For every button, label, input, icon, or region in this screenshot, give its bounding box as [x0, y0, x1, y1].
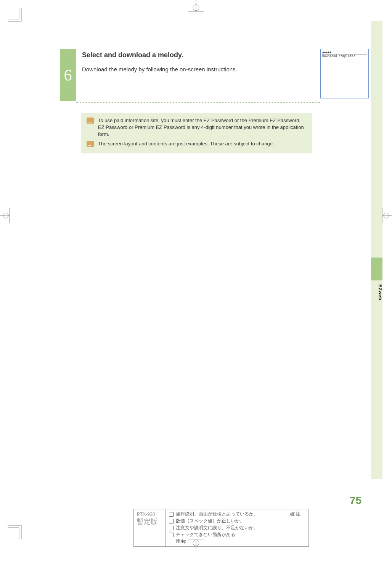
checklist-text: チェックできない箇所がある	[176, 531, 235, 538]
checkbox-icon[interactable]	[169, 533, 174, 537]
phone-screen-mockup: ▲▲▲▲▲ Download completed	[320, 49, 369, 98]
dotted-divider	[76, 102, 320, 103]
version-label: 暫定版	[137, 517, 162, 526]
checklist-item: チェックできない箇所がある	[169, 531, 279, 538]
crop-mark-top-center	[185, 0, 207, 15]
note-item: The screen layout and contents are just …	[87, 140, 307, 147]
checklist-text: 注意文や説明文に誤り、不足がないか。	[176, 525, 258, 531]
page-number: 75	[350, 494, 361, 507]
confirm-divider	[285, 519, 305, 519]
checklist-item: 数値（スペック値）が正しいか。	[169, 518, 279, 524]
note-text: The screen layout and contents are just …	[98, 140, 274, 147]
model-info: PTX-930 暫定版	[133, 509, 166, 547]
checklist-items: 操作説明、画面が仕様とあっているか。 数値（スペック値）が正しいか。 注意文や説…	[166, 509, 282, 547]
confirm-label: 確 認	[285, 511, 305, 517]
note-item: To use paid information site, you must e…	[87, 117, 307, 138]
proofing-checklist: PTX-930 暫定版 操作説明、画面が仕様とあっているか。 数値（スペック値）…	[133, 509, 324, 547]
side-bar: EZweb	[371, 21, 382, 479]
side-bar-highlight	[371, 258, 382, 280]
step-block: 6 Select and download a melody. Download…	[60, 49, 304, 101]
checklist-text: 数値（スペック値）が正しいか。	[176, 518, 244, 524]
checkbox-icon[interactable]	[169, 512, 174, 517]
side-label: EZweb	[378, 284, 383, 300]
note-text: To use paid information site, you must e…	[98, 117, 307, 138]
hand-icon	[87, 141, 94, 147]
checkbox-icon[interactable]	[169, 519, 174, 523]
checklist-item: 操作説明、画面が仕様とあっているか。	[169, 511, 279, 517]
step-description: Download the melody by following the on-…	[82, 66, 304, 72]
confirm-column: 確 認	[282, 509, 309, 547]
reason-label: 理由:	[169, 538, 279, 545]
phone-screen-header: ▲▲▲▲▲	[322, 50, 367, 55]
checklist-item: 注意文や説明文に誤り、不足がないか。	[169, 525, 279, 531]
crop-mark-tl	[8, 8, 23, 23]
note-box: To use paid information site, you must e…	[81, 113, 312, 153]
checkbox-icon[interactable]	[169, 526, 174, 530]
main-content: 6 Select and download a melody. Download…	[60, 49, 304, 153]
step-title: Select and download a melody.	[82, 51, 304, 59]
hand-icon	[87, 118, 94, 124]
step-number: 6	[60, 49, 76, 101]
crop-mark-left-center	[0, 206, 11, 225]
crop-mark-bl	[8, 524, 23, 539]
model-number: PTX-930	[137, 512, 162, 517]
phone-screen-message: Download completed	[322, 55, 367, 58]
step-text: Select and download a melody. Download t…	[76, 49, 304, 72]
checklist-text: 操作説明、画面が仕様とあっているか。	[176, 511, 258, 517]
